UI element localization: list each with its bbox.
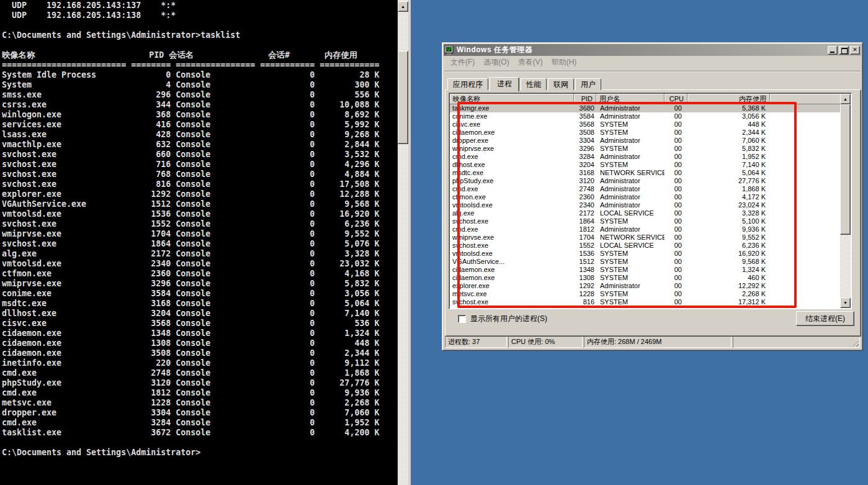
terminal-scrollbar[interactable]: ▲	[398, 0, 408, 485]
terminal-scrollbar-thumb[interactable]	[398, 51, 408, 144]
title-bar[interactable]: Windows 任务管理器 ✕	[444, 44, 861, 56]
show-all-users-checkbox[interactable]	[458, 315, 466, 323]
status-filler	[733, 336, 860, 348]
tab-performance[interactable]: 性能	[521, 78, 547, 90]
command-prompt-window[interactable]: UDP 192.168.205.143:137 *:* UDP 192.168.…	[0, 0, 411, 485]
menu-bar: 文件(F) 选项(O) 查看(V) 帮助(H)	[444, 56, 861, 69]
status-process-count: 进程数: 37	[445, 336, 507, 348]
scroll-up-icon[interactable]: ▲	[840, 94, 851, 104]
scroll-down-icon[interactable]: ▼	[840, 297, 851, 308]
show-all-users-label: 显示所有用户的进程(S)	[470, 314, 547, 324]
scroll-up-icon[interactable]: ▲	[398, 1, 408, 12]
minimize-button[interactable]	[828, 46, 838, 55]
tab-applications[interactable]: 应用程序	[447, 78, 488, 90]
close-button[interactable]: ✕	[850, 46, 860, 55]
menu-file[interactable]: 文件(F)	[446, 56, 479, 69]
end-process-button[interactable]: 结束进程(E)	[796, 311, 854, 326]
tab-strip: 应用程序 进程 性能 联网 用户	[447, 76, 602, 90]
tab-networking[interactable]: 联网	[548, 78, 574, 90]
tab-users[interactable]: 用户	[575, 78, 601, 90]
resize-grip-icon[interactable]	[851, 339, 859, 347]
desktop: UDP 192.168.205.143:137 *:* UDP 192.168.…	[0, 0, 868, 485]
process-list-scrollbar-thumb[interactable]	[840, 104, 851, 235]
terminal-output[interactable]: UDP 192.168.205.143:137 *:* UDP 192.168.…	[2, 1, 396, 458]
task-manager-icon	[445, 46, 454, 55]
menu-view[interactable]: 查看(V)	[514, 56, 547, 69]
process-list-scrollbar[interactable]: ▲ ▼	[840, 94, 851, 308]
tab-processes[interactable]: 进程	[490, 77, 519, 91]
window-title: Windows 任务管理器	[457, 45, 532, 55]
status-memory-usage: 内存使用: 268M / 2469M	[584, 336, 732, 348]
maximize-button[interactable]	[839, 46, 849, 55]
status-cpu-usage: CPU 使用: 0%	[508, 336, 583, 348]
menu-options[interactable]: 选项(O)	[479, 56, 513, 69]
show-all-users-row: 显示所有用户的进程(S)	[458, 314, 547, 324]
status-bar: 进程数: 37 CPU 使用: 0% 内存使用: 268M / 2469M	[445, 336, 860, 348]
annotation-red-box	[457, 102, 797, 308]
menu-help[interactable]: 帮助(H)	[547, 56, 581, 69]
menu-separator	[444, 71, 861, 72]
